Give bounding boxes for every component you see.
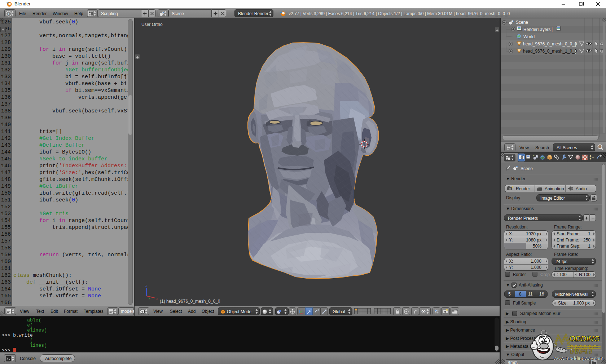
svg-text:x: x: [156, 297, 158, 300]
svg-text:i: i: [8, 12, 9, 16]
svg-text:ODDING: ODDING: [569, 334, 600, 343]
svg-text:www.moddingway.com: www.moddingway.com: [553, 356, 603, 361]
svg-text:|: |: [552, 27, 553, 32]
svg-text:z: z: [145, 284, 147, 287]
svg-text:y: y: [149, 296, 150, 299]
